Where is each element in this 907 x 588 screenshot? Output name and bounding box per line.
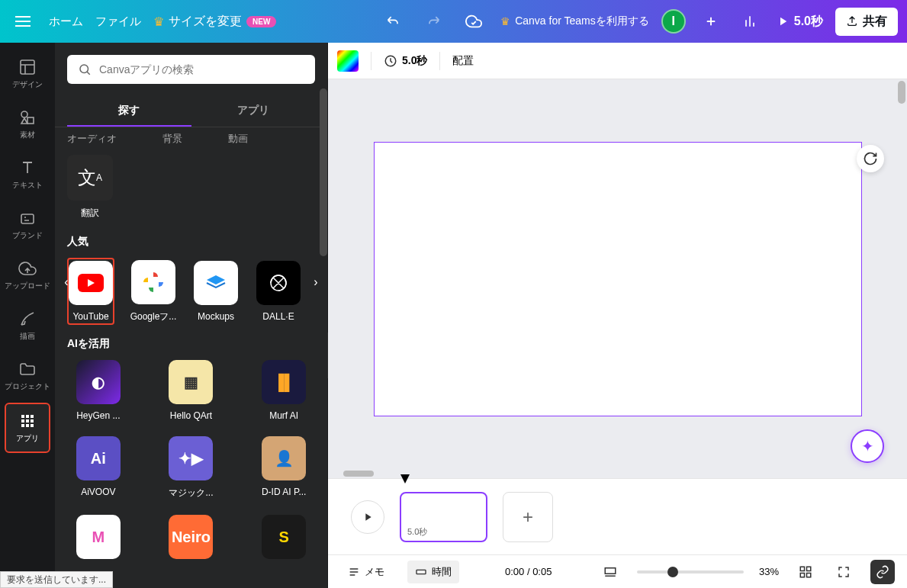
add-frame-button[interactable]: + [503, 492, 553, 542]
svg-rect-7 [21, 419, 24, 423]
svg-rect-6 [31, 415, 34, 418]
app-did[interactable]: 👤 D-ID AI P... [252, 436, 315, 500]
app-heygen[interactable]: ◐ HeyGen ... [67, 360, 130, 421]
subtab-video[interactable]: 動画 [228, 132, 248, 146]
home-link[interactable]: ホーム [49, 14, 83, 29]
view-mode-icon[interactable] [599, 561, 622, 583]
template-icon [18, 58, 37, 76]
avatar[interactable]: I [661, 9, 686, 34]
app-translate[interactable]: 文A 翻訳 [67, 155, 113, 220]
app-qart[interactable]: ▦ Hello QArt [160, 360, 223, 421]
tab-explore[interactable]: 探す [67, 96, 191, 127]
resize-label: サイズを変更 [169, 14, 242, 30]
rail-elements[interactable]: 素材 [5, 101, 50, 148]
murf-icon: ▐▌ [262, 360, 306, 404]
magic-icon: ✦▶ [169, 436, 213, 480]
rail-text[interactable]: テキスト [5, 151, 50, 198]
side-rail: デザイン 素材 テキスト ブランド アップロード 描画 プロジェクト アプリ [0, 43, 55, 588]
playhead[interactable] [404, 479, 406, 488]
time-button[interactable]: 時間 [407, 561, 459, 583]
add-icon[interactable] [698, 8, 724, 34]
teams-button[interactable]: ♛ Canva for Teamsを利用する [500, 14, 649, 28]
app-aivoov[interactable]: Ai AiVOOV [67, 436, 130, 500]
rail-projects[interactable]: プロジェクト [5, 352, 50, 400]
qr-icon: ▦ [169, 360, 213, 404]
app-header: ホーム ファイル ♛ サイズを変更 NEW ♛ Canva for Teamsを… [0, 0, 907, 43]
zoom-slider[interactable] [637, 570, 744, 574]
sparkle-icon: ✦ [861, 437, 874, 455]
brand-icon [18, 209, 37, 227]
preview-play-button[interactable]: 5.0秒 [776, 14, 823, 30]
refresh-icon [863, 151, 878, 166]
svg-rect-10 [21, 424, 24, 427]
search-input[interactable] [99, 63, 304, 76]
carousel-prev[interactable]: ‹ [60, 273, 73, 291]
svg-rect-22 [807, 573, 811, 577]
menu-icon[interactable] [9, 14, 37, 28]
grid-view-icon[interactable] [794, 561, 817, 583]
svg-rect-5 [26, 415, 29, 418]
app-murf[interactable]: ▐▌ Murf AI [252, 360, 315, 421]
app-magic[interactable]: ✦▶ マジック... [160, 436, 223, 500]
panel-scrollbar[interactable] [320, 88, 327, 256]
app-more-3[interactable]: S [252, 515, 315, 559]
app-dalle[interactable]: DALL·E [255, 261, 302, 322]
arrange-button[interactable]: 配置 [452, 54, 474, 68]
youtube-icon [69, 261, 113, 305]
horizontal-scrollbar[interactable] [343, 471, 374, 477]
shapes-icon [18, 108, 37, 127]
zoom-level: 33% [759, 566, 779, 577]
duration-button[interactable]: 5.0秒 [384, 54, 427, 68]
google-photos-icon [131, 260, 175, 304]
redo-icon[interactable] [420, 8, 447, 35]
svg-point-13 [80, 65, 88, 73]
color-picker[interactable] [337, 50, 359, 72]
app-mockups[interactable]: Mockups [192, 261, 240, 322]
refresh-button[interactable] [857, 145, 884, 172]
rail-brand[interactable]: ブランド [5, 201, 50, 249]
svg-rect-12 [31, 424, 34, 427]
rail-draw[interactable]: 描画 [5, 302, 50, 349]
bottom-bar: メモ 時間 0:00 / 0:05 33% [328, 554, 907, 588]
analytics-icon[interactable] [736, 8, 764, 35]
search-box[interactable] [67, 55, 315, 84]
dalle-icon [256, 261, 301, 305]
svg-rect-9 [31, 419, 34, 423]
canvas-area: 5.0秒 配置 ✦ 5.0秒 + [328, 43, 907, 588]
folder-icon [18, 360, 37, 378]
app-more-2[interactable]: Neiro [160, 515, 223, 559]
canvas-page[interactable] [374, 142, 862, 416]
app-google-photos[interactable]: Googleフ... [130, 260, 177, 323]
help-button[interactable] [870, 560, 895, 584]
fullscreen-icon[interactable] [832, 561, 855, 583]
carousel-next[interactable]: › [309, 273, 323, 291]
subtab-audio[interactable]: オーディオ [67, 132, 117, 146]
app-youtube[interactable]: YouTube [67, 258, 114, 325]
subtab-bg[interactable]: 背景 [162, 132, 182, 146]
svg-point-1 [21, 111, 27, 117]
link-icon [876, 565, 889, 579]
timeline-frame[interactable]: 5.0秒 [400, 492, 487, 542]
canvas-viewport[interactable]: ✦ [328, 79, 907, 478]
memo-button[interactable]: メモ [340, 561, 392, 583]
rail-apps[interactable]: アプリ [5, 403, 50, 453]
svg-rect-8 [26, 419, 29, 423]
magic-button[interactable]: ✦ [851, 429, 884, 463]
app-icon: S [262, 515, 306, 559]
rail-design[interactable]: デザイン [5, 50, 50, 98]
vertical-scrollbar[interactable] [898, 81, 905, 104]
status-bar: 要求を送信しています... [0, 571, 113, 588]
svg-rect-0 [21, 60, 34, 74]
app-more-1[interactable]: M [67, 515, 130, 559]
panel-tabs: 探す アプリ [55, 96, 327, 127]
tab-apps[interactable]: アプリ [191, 96, 316, 127]
file-link[interactable]: ファイル [95, 14, 141, 29]
svg-rect-3 [21, 214, 34, 223]
undo-icon[interactable] [380, 8, 407, 35]
cloud-sync-icon[interactable] [459, 7, 488, 36]
resize-button[interactable]: ♛ サイズを変更 NEW [153, 14, 276, 30]
share-button[interactable]: 共有 [835, 8, 898, 36]
timeline-play-button[interactable] [351, 500, 384, 534]
text-icon [18, 159, 37, 177]
rail-upload[interactable]: アップロード [5, 252, 50, 299]
